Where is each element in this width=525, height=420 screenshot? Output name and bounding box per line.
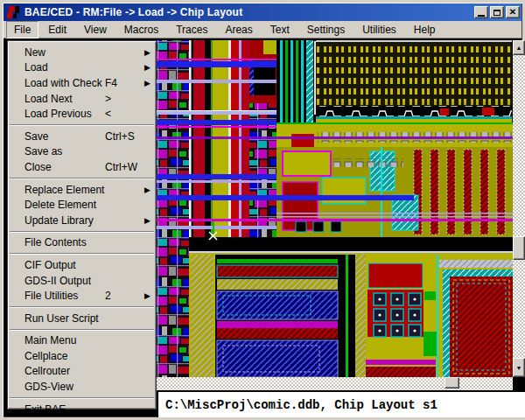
menu-item-new[interactable]: New▶: [8, 45, 156, 60]
file-menu-popup: New▶Load▶Load with CheckF4▶Load Next>Loa…: [7, 40, 157, 410]
vertical-scroll-thumb[interactable]: [513, 236, 525, 260]
app-window: BAE/CED - RM:File -> Load -> Chip Layout…: [0, 0, 525, 420]
menubar-item-file[interactable]: File: [6, 21, 38, 38]
menu-item-label: Load with Check: [24, 77, 105, 89]
chip-layout-graphic: [157, 40, 513, 377]
close-button[interactable]: ✕: [506, 6, 520, 18]
menu-separator: [10, 306, 154, 308]
menu-item-save-as[interactable]: Save as: [8, 144, 156, 160]
scrollbar-corner: [513, 377, 525, 390]
menu-item-cellplace[interactable]: Cellplace: [8, 348, 156, 364]
submenu-arrow-icon: ▶: [142, 79, 150, 88]
menu-bar: FileEditViewMacrosTracesAreasTextSetting…: [4, 21, 522, 38]
scroll-up-button[interactable]: ▲: [513, 40, 525, 55]
menu-separator: [10, 124, 154, 126]
menu-item-load-with-check[interactable]: Load with CheckF4▶: [8, 75, 156, 91]
menu-item-label: Load Next: [24, 93, 105, 105]
menu-item-exit-bae[interactable]: Exit BAE: [8, 402, 156, 417]
menu-item-label: Load Previous: [24, 108, 105, 120]
menu-separator: [10, 253, 154, 255]
menu-item-label: CIF Output: [24, 259, 105, 271]
menu-item-shortcut: >: [105, 93, 142, 105]
maximize-icon: [494, 10, 500, 16]
menubar-item-help[interactable]: Help: [406, 21, 444, 38]
menu-item-replace-element[interactable]: Replace Element▶: [8, 182, 156, 198]
menu-item-run-user-script[interactable]: Run User Script: [8, 311, 156, 326]
menubar-item-utilities[interactable]: Utilities: [354, 21, 404, 38]
menu-item-label: Run User Script: [24, 312, 105, 325]
vertical-scrollbar[interactable]: ▲ ▼: [513, 40, 525, 377]
menu-separator: [10, 178, 154, 179]
menubar-item-areas[interactable]: Areas: [217, 21, 260, 38]
menu-item-delete-element[interactable]: Delete Element: [8, 197, 156, 213]
menu-item-cif-output[interactable]: CIF Output: [8, 257, 156, 273]
minimize-button[interactable]: [474, 6, 488, 18]
menubar-item-text[interactable]: Text: [262, 21, 298, 38]
menu-item-label: Delete Element: [24, 199, 105, 211]
menu-item-label: New: [24, 46, 105, 59]
horizontal-scroll-thumb[interactable]: [444, 377, 459, 388]
menu-item-label: Cellplace: [24, 350, 105, 362]
menu-item-close[interactable]: CloseCtrl+W: [8, 159, 156, 175]
menu-item-label: Save: [24, 130, 105, 143]
scroll-down-button[interactable]: ▼: [513, 358, 525, 377]
menu-item-label: File Utilities: [24, 290, 105, 302]
menubar-item-macros[interactable]: Macros: [116, 21, 166, 38]
menu-item-label: Replace Element: [24, 184, 105, 196]
menu-item-label: Update Library: [24, 214, 105, 227]
maximize-button[interactable]: [490, 6, 504, 18]
status-bar: C:\MiscProj\comic.ddb, Chip Layout s1: [157, 390, 525, 417]
close-icon: ✕: [509, 8, 516, 17]
menu-item-label: Exit BAE: [24, 403, 105, 416]
status-text: C:\MiscProj\comic.ddb, Chip Layout s1: [158, 398, 438, 412]
menubar-item-edit[interactable]: Edit: [40, 21, 74, 38]
menu-item-gds-ii-output[interactable]: GDS-II Output: [8, 273, 156, 289]
layout-canvas[interactable]: [157, 40, 513, 377]
window-title: BAE/CED - RM:File -> Load -> Chip Layout: [24, 6, 474, 18]
menu-item-shortcut: <: [105, 108, 142, 120]
menu-item-load-previous[interactable]: Load Previous<: [8, 106, 156, 122]
submenu-arrow-icon: ▶: [142, 216, 150, 225]
menu-item-cellrouter[interactable]: Cellrouter: [8, 364, 156, 380]
menu-item-label: Save as: [24, 145, 105, 158]
menu-separator: [10, 397, 154, 399]
menu-item-shortcut: 2: [105, 290, 142, 302]
menu-item-file-utilities[interactable]: File Utilities2▶: [8, 288, 156, 304]
app-logo-icon[interactable]: [7, 5, 21, 19]
menu-item-gds-view[interactable]: GDS-View: [8, 379, 156, 395]
menu-item-shortcut: Ctrl+S: [105, 130, 142, 143]
horizontal-scrollbar[interactable]: [157, 377, 513, 390]
menu-item-label: File Contents: [24, 236, 105, 248]
menu-item-shortcut: Ctrl+W: [105, 161, 142, 173]
menu-separator: [10, 231, 154, 233]
menu-item-label: Main Menu: [24, 334, 105, 346]
submenu-arrow-icon: ▶: [142, 291, 150, 300]
menu-separator: [10, 329, 154, 331]
menubar-item-view[interactable]: View: [76, 21, 115, 38]
minimize-icon: [478, 15, 485, 17]
menu-item-label: Load: [24, 61, 105, 74]
menu-item-label: GDS-View: [24, 381, 105, 393]
menu-item-label: Cellrouter: [24, 365, 105, 377]
submenu-arrow-icon: ▶: [142, 63, 150, 72]
arrow-down-icon: ▼: [516, 365, 522, 371]
menu-item-save[interactable]: SaveCtrl+S: [8, 129, 156, 144]
title-bar: BAE/CED - RM:File -> Load -> Chip Layout…: [4, 4, 522, 21]
menubar-item-traces[interactable]: Traces: [168, 21, 215, 38]
submenu-arrow-icon: ▶: [142, 48, 150, 57]
arrow-up-icon: ▲: [516, 45, 522, 51]
menu-item-file-contents[interactable]: File Contents: [8, 235, 156, 251]
menu-item-shortcut: F4: [105, 77, 142, 89]
menu-item-label: Close: [24, 161, 105, 173]
menu-item-main-menu[interactable]: Main Menu: [8, 333, 156, 349]
menu-item-load[interactable]: Load▶: [8, 60, 156, 76]
menu-item-load-next[interactable]: Load Next>: [8, 91, 156, 107]
submenu-arrow-icon: ▶: [142, 186, 150, 194]
menu-item-update-library[interactable]: Update Library▶: [8, 213, 156, 228]
menu-item-label: GDS-II Output: [24, 275, 105, 287]
menubar-item-settings[interactable]: Settings: [299, 21, 353, 38]
